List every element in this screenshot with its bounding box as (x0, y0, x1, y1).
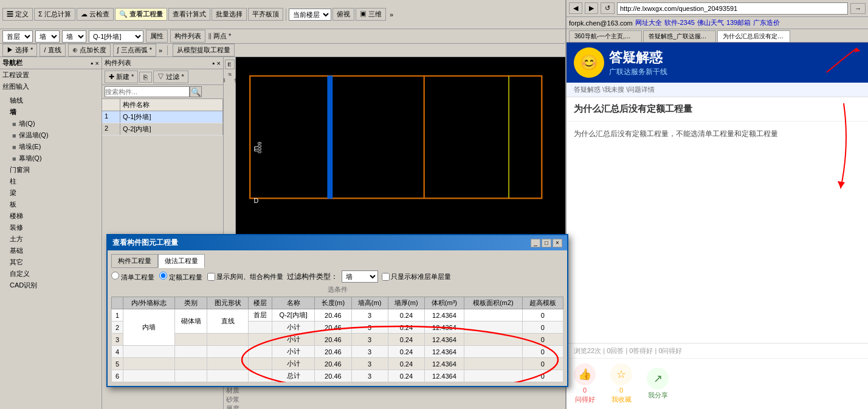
row1-volume: 12.4364 (424, 309, 464, 321)
filter-type-select[interactable]: 墙 (342, 270, 378, 283)
only-standard-checkbox[interactable] (382, 273, 390, 281)
row1-height: 3 (351, 309, 388, 321)
row4-thick: 0.24 (388, 346, 424, 358)
row2-length: 20.46 (315, 321, 351, 334)
row4-over: 0 (522, 346, 563, 358)
radio-checklist[interactable]: 清单工程量 (111, 272, 154, 282)
table-row-3[interactable]: 3 小计 20.46 3 0.24 12.4364 (112, 334, 563, 346)
row1-num: 1 (112, 309, 123, 321)
th-form-area: 模板面积(m2) (464, 297, 522, 309)
display-room-check[interactable]: 显示房间、组合构件量 (207, 272, 283, 281)
row3-name: 小计 (272, 334, 314, 346)
tab-answer[interactable]: 答疑解惑_广联达服务新干线 (643, 30, 716, 42)
radio-checklist-input[interactable] (111, 272, 119, 280)
row1-shape: 直线 (207, 309, 248, 334)
email-display: forpk.chen@163.com (569, 19, 633, 27)
browser-toolbar: ◀ ▶ ↺ → (567, 0, 868, 17)
answer-text: 为什么汇总后没有定额工程量，不能选清单工程量和定额工程量 (574, 129, 778, 138)
row3-thick: 0.24 (388, 334, 424, 346)
tab-question[interactable]: 为什么汇总后没有定额工... (717, 30, 790, 42)
browser-url-bar[interactable] (617, 2, 848, 15)
radio-row: 清单工程量 定额工程量 显示房间、组合构件量 过滤构件类型： 墙 (111, 270, 563, 283)
row5-shape (207, 358, 248, 370)
tab-component-qty[interactable]: 构件工程量 (111, 254, 158, 268)
filter-row: 显示房间、组合构件量 过滤构件类型： 墙 只显示标准层单层量 (207, 270, 451, 283)
row1-category: 砌体墙 (175, 309, 207, 334)
row2-floor (248, 321, 272, 334)
row4-height: 3 (351, 346, 388, 358)
bookmark-price[interactable]: 广东造价 (753, 18, 780, 27)
row5-floor (248, 358, 272, 370)
site-name: 答疑解惑 (609, 49, 667, 67)
browser-back[interactable]: ◀ (569, 2, 582, 14)
row3-num: 3 (112, 334, 123, 346)
row1-inner-outer: 内墙 (123, 309, 175, 346)
star-action[interactable]: ☆ 0 我收藏 (610, 363, 632, 404)
row5-form (464, 358, 522, 370)
modal-titlebar[interactable]: 查看构件图元工程量 _ □ × (108, 235, 567, 250)
table-row-1[interactable]: 1 内墙 砌体墙 直线 首层 Q-2[内墙] 20.46 3 0.24 12 (112, 309, 563, 321)
share-action[interactable]: ↗ 我分享 (647, 368, 669, 400)
table-body: 1 内墙 砌体墙 直线 首层 Q-2[内墙] 20.46 3 0.24 12 (112, 309, 563, 382)
th-volume: 体积(m³) (424, 297, 464, 309)
bookmark-webdir[interactable]: 网址大全 (635, 18, 662, 27)
table-row-6[interactable]: 6 总计 20.46 3 0.24 12.4364 (112, 370, 563, 382)
modal-minimize[interactable]: _ (531, 239, 540, 247)
row4-name: 小计 (272, 346, 314, 358)
red-arrow-svg (815, 45, 863, 75)
row2-over: 0 (522, 321, 563, 334)
browser-content: 😊 答疑解惑 广联达服务新干线 答疑解惑 \我未搜 \问题详情 (567, 43, 868, 409)
row2-thick: 0.24 (388, 321, 424, 334)
row5-volume: 12.4364 (424, 358, 464, 370)
row6-shape (207, 370, 248, 382)
th-shape: 图元形状 (207, 297, 248, 309)
row2-height: 3 (351, 321, 388, 334)
th-over-height: 超高模板 (522, 297, 563, 309)
row1-thick: 0.24 (388, 309, 424, 321)
bookmark-software[interactable]: 软件-2345 (664, 18, 695, 27)
row2-name: 小计 (272, 321, 314, 334)
bookmark-weather[interactable]: 佛山天气 (697, 18, 724, 27)
row3-floor (248, 334, 272, 346)
bookmark-email[interactable]: 139邮箱 (726, 18, 751, 27)
radio-quota-input[interactable] (159, 272, 167, 280)
modal-body: 构件工程量 做法工程量 清单工程量 定额工程量 显示房间 (108, 250, 567, 386)
row1-floor: 首层 (248, 309, 272, 321)
like-icon: 👍 (574, 363, 596, 385)
row1-length: 20.46 (315, 309, 351, 321)
site-header: 😊 答疑解惑 广联达服务新干线 (567, 43, 868, 83)
like-action[interactable]: 👍 0 问得好 (574, 363, 596, 404)
row6-form (464, 370, 522, 382)
row3-volume: 12.4364 (424, 334, 464, 346)
th-thick: 墙厚(m) (388, 297, 424, 309)
tab-360[interactable]: 360导航-一个主页,整个... (569, 30, 642, 42)
row5-thick: 0.24 (388, 358, 424, 370)
radio-quota[interactable]: 定额工程量 (159, 272, 202, 282)
browser-forward[interactable]: ▶ (585, 2, 598, 14)
browser-refresh[interactable]: ↺ (601, 2, 615, 14)
modal-maximize[interactable]: □ (542, 239, 551, 247)
row4-floor (248, 346, 272, 358)
modal-controls: _ □ × (531, 239, 562, 247)
th-inner-outer: 内/外墙标志 (123, 297, 175, 309)
modal-overlay: 查看构件图元工程量 _ □ × 构件工程量 做法工程量 (0, 0, 565, 409)
modal-dialog: 查看构件图元工程量 _ □ × 构件工程量 做法工程量 (106, 234, 568, 387)
only-standard-check[interactable]: 只显示标准层单层量 (382, 272, 451, 281)
table-row-4[interactable]: 4 小计 20.46 3 0.24 12.4364 (112, 346, 563, 358)
question-title: 为什么汇总后没有定额工程量 (567, 97, 868, 122)
row6-volume: 12.4364 (424, 370, 464, 382)
left-panel: ☰ 定义 Σ 汇总计算 ☁ 云检查 🔍 查看工程量 查看计算式 批量选择 平齐板… (0, 0, 565, 409)
th-name: 名称 (272, 297, 314, 309)
table-row-5[interactable]: 5 小计 20.46 3 0.24 12.4364 (112, 358, 563, 370)
modal-close[interactable]: × (553, 239, 562, 247)
row6-length: 20.46 (315, 370, 351, 382)
th-category: 类别 (175, 297, 207, 309)
browser-go[interactable]: → (850, 3, 866, 14)
display-room-checkbox[interactable] (207, 273, 215, 281)
filter-label: 过滤构件类型： (287, 272, 338, 282)
answer-content: 为什么汇总后没有定额工程量，不能选清单工程量和定额工程量 (567, 122, 868, 343)
like-count: 0 (583, 387, 587, 394)
tab-method-qty[interactable]: 做法工程量 (158, 254, 205, 268)
modal-title: 查看构件图元工程量 (112, 238, 178, 248)
stats-text: 浏览22次 | 0回答 | 0答得好 | 0问得好 (574, 347, 683, 354)
